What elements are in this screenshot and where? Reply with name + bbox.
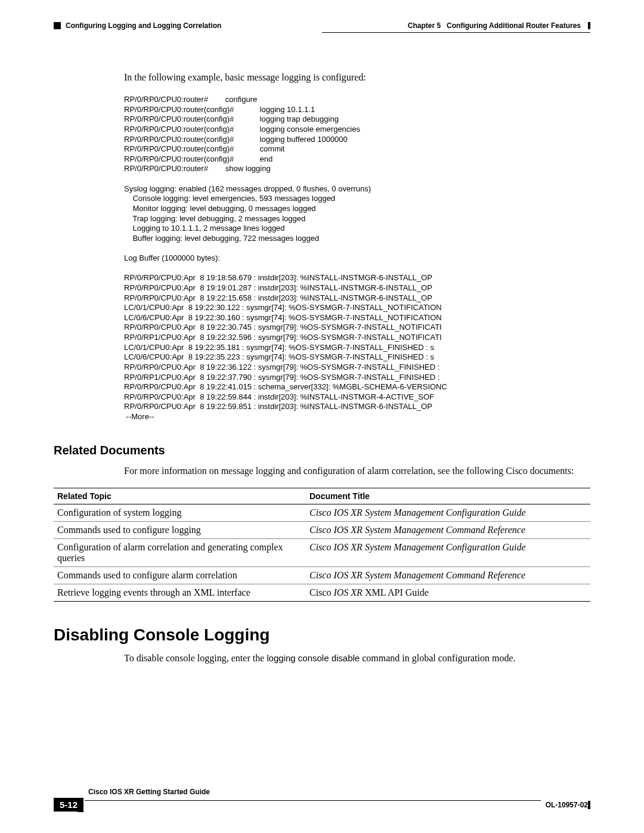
header-end-bar-icon xyxy=(588,22,590,29)
disabling-body: To disable console logging, enter the lo… xyxy=(124,653,590,664)
disable-command: logging console disable xyxy=(267,653,360,663)
page-footer: Cisco IOS XR Getting Started Guide 5-12 … xyxy=(54,788,590,812)
header-chapter-text: Chapter 5 xyxy=(408,21,441,30)
cell-topic: Commands used to configure logging xyxy=(54,522,306,539)
header-section-text: Configuring Logging and Logging Correlat… xyxy=(66,21,221,30)
page-header: Configuring Logging and Logging Correlat… xyxy=(54,21,590,33)
cell-topic: Commands used to configure alarm correla… xyxy=(54,567,306,584)
code-output: RP/0/RP0/CPU0:router# configure RP/0/RP0… xyxy=(124,95,590,422)
disabling-console-logging-heading: Disabling Console Logging xyxy=(54,625,590,645)
cell-title: Cisco IOS XR XML API Guide xyxy=(306,584,590,602)
header-title-text: Configuring Additional Router Features xyxy=(447,21,581,30)
cell-title: Cisco IOS XR System Management Command R… xyxy=(306,567,590,584)
footer-bar: 5-12 OL-10957-02 xyxy=(54,798,590,812)
footer-end-bar-icon xyxy=(588,801,590,809)
table-header-row: Related Topic Document Title xyxy=(54,488,590,504)
cell-title: Cisco IOS XR System Management Configura… xyxy=(306,539,590,567)
cell-topic: Configuration of system logging xyxy=(54,504,306,522)
table-row: Retrieve logging events through an XML i… xyxy=(54,584,590,602)
cell-title: Cisco IOS XR System Management Command R… xyxy=(306,522,590,539)
table-row: Configuration of system logging Cisco IO… xyxy=(54,504,590,522)
table-row: Commands used to configure alarm correla… xyxy=(54,567,590,584)
footer-rule xyxy=(85,800,541,801)
cell-topic: Configuration of alarm correlation and g… xyxy=(54,539,306,567)
header-left: Configuring Logging and Logging Correlat… xyxy=(54,21,221,30)
header-rule xyxy=(322,32,590,33)
main-content: In the following example, basic message … xyxy=(124,72,590,422)
related-documents-heading: Related Documents xyxy=(54,444,590,457)
disable-post: command in global configuration mode. xyxy=(360,653,515,663)
col-header-title: Document Title xyxy=(306,488,590,504)
footer-square-icon xyxy=(78,806,83,812)
header-right: Chapter 5 Configuring Additional Router … xyxy=(408,21,590,30)
related-documents-body: For more information on message logging … xyxy=(124,465,590,478)
cell-title: Cisco IOS XR System Management Configura… xyxy=(306,504,590,522)
disable-pre: To disable console logging, enter the xyxy=(124,653,267,663)
header-square-icon xyxy=(54,22,61,29)
cell-topic: Retrieve logging events through an XML i… xyxy=(54,584,306,602)
intro-paragraph: In the following example, basic message … xyxy=(124,72,590,83)
related-documents-table: Related Topic Document Title Configurati… xyxy=(54,488,590,602)
table-row: Commands used to configure logging Cisco… xyxy=(54,522,590,539)
table-row: Configuration of alarm correlation and g… xyxy=(54,539,590,567)
footer-doc-id: OL-10957-02 xyxy=(546,801,588,809)
col-header-topic: Related Topic xyxy=(54,488,306,504)
footer-guide-title: Cisco IOS XR Getting Started Guide xyxy=(54,788,590,796)
